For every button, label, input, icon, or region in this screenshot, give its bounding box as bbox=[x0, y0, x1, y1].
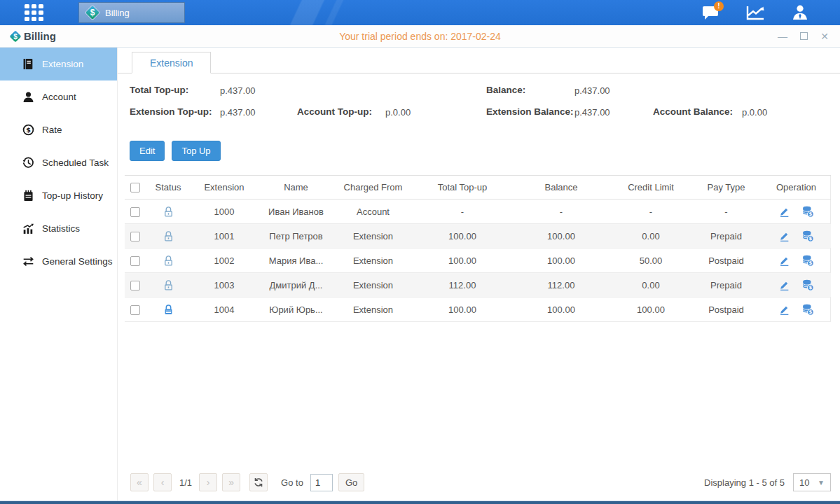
window-bottom-edge bbox=[0, 500, 840, 504]
col-pay-type: Pay Type bbox=[691, 176, 762, 200]
status-unlocked-icon bbox=[163, 230, 174, 240]
minimize-icon[interactable]: — bbox=[777, 31, 788, 42]
edit-button[interactable]: Edit bbox=[130, 141, 165, 161]
sidebar-item-general-settings[interactable]: General Settings bbox=[0, 245, 117, 278]
sidebar-item-topup-history[interactable]: Top-up History bbox=[0, 179, 117, 212]
sidebar-item-label: Scheduled Task bbox=[42, 158, 109, 168]
billing-app-tab[interactable]: $ Billing bbox=[78, 2, 185, 23]
page-size-select[interactable]: 10 ▼ bbox=[793, 473, 831, 491]
sidebar-item-extension[interactable]: Extension bbox=[0, 48, 117, 80]
topup-row-icon[interactable]: $ bbox=[801, 303, 814, 316]
account-person-icon bbox=[22, 91, 34, 104]
last-page-button[interactable]: » bbox=[222, 473, 240, 491]
trial-period-notice: Your trial period ends on: 2017-02-24 bbox=[0, 31, 840, 42]
name-cell: Петр Петров bbox=[259, 224, 333, 248]
col-status: Status bbox=[147, 176, 189, 200]
account-balance-label: Account Balance: bbox=[653, 106, 733, 117]
select-all-checkbox[interactable] bbox=[130, 183, 140, 192]
extension-balance-value: p.437.00 bbox=[574, 107, 610, 118]
close-icon[interactable]: ✕ bbox=[819, 31, 830, 42]
extension-cell: 1003 bbox=[189, 273, 259, 298]
statistics-button[interactable] bbox=[743, 2, 767, 23]
extension-balance-label: Extension Balance: bbox=[486, 106, 574, 117]
credit-limit-cell: 0.00 bbox=[611, 224, 691, 248]
extension-ledger-icon bbox=[22, 58, 34, 71]
sidebar-item-label: Account bbox=[42, 92, 76, 102]
rate-dollar-icon: $ bbox=[22, 124, 34, 136]
row-checkbox[interactable] bbox=[130, 232, 140, 241]
charged-from-cell: Extension bbox=[333, 273, 413, 298]
table-row: 1004Юрий Юрь...Extension100.00100.00100.… bbox=[125, 298, 831, 322]
refresh-button[interactable] bbox=[249, 473, 268, 491]
status-unlocked-icon bbox=[163, 279, 174, 289]
go-button[interactable]: Go bbox=[338, 473, 364, 491]
apps-grid-icon[interactable] bbox=[25, 4, 50, 21]
svg-text:$: $ bbox=[808, 211, 812, 217]
pay-type-cell: Prepaid bbox=[691, 224, 762, 248]
topup-row-icon[interactable]: $ bbox=[801, 279, 814, 291]
extension-cell: 1002 bbox=[189, 248, 259, 273]
edit-row-icon[interactable] bbox=[778, 254, 790, 266]
total-topup-cell: 100.00 bbox=[413, 298, 511, 322]
col-extension: Extension bbox=[189, 176, 259, 200]
col-credit-limit: Credit Limit bbox=[611, 176, 691, 200]
balance-cell: - bbox=[511, 200, 611, 224]
sidebar-item-label: Extension bbox=[42, 59, 83, 69]
row-checkbox[interactable] bbox=[130, 281, 140, 290]
balance-cell: 112.00 bbox=[511, 273, 611, 298]
extension-table: Status Extension Name Charged From Total… bbox=[125, 175, 831, 322]
credit-limit-cell: 50.00 bbox=[611, 248, 691, 273]
messages-button[interactable]: ! bbox=[698, 2, 722, 23]
prev-page-button[interactable]: ‹ bbox=[153, 473, 172, 491]
table-row: 1000Иван ИвановAccount----$ bbox=[125, 200, 831, 224]
top-up-button[interactable]: Top Up bbox=[172, 141, 220, 161]
credit-limit-cell: 0.00 bbox=[611, 273, 691, 298]
window-titlebar: $ Billing Your trial period ends on: 201… bbox=[0, 25, 840, 48]
extension-cell: 1004 bbox=[189, 298, 259, 322]
topup-row-icon[interactable]: $ bbox=[801, 230, 814, 242]
pay-type-cell: Postpaid bbox=[691, 298, 762, 322]
sidebar-item-statistics[interactable]: Statistics bbox=[0, 212, 117, 245]
edit-row-icon[interactable] bbox=[778, 303, 790, 315]
notification-badge: ! bbox=[714, 1, 724, 11]
extension-cell: 1001 bbox=[189, 224, 259, 248]
goto-page-input[interactable] bbox=[310, 474, 333, 491]
edit-row-icon[interactable] bbox=[778, 279, 790, 290]
account-balance-value: p.0.00 bbox=[742, 107, 767, 118]
name-cell: Мария Ива... bbox=[259, 248, 333, 273]
billing-diamond-icon: $ bbox=[86, 6, 99, 19]
total-topup-cell: - bbox=[413, 200, 511, 224]
sidebar-item-account[interactable]: Account bbox=[0, 80, 117, 113]
next-page-button[interactable]: › bbox=[199, 473, 217, 491]
edit-row-icon[interactable] bbox=[778, 205, 790, 217]
row-checkbox[interactable] bbox=[130, 256, 140, 266]
maximize-icon[interactable] bbox=[800, 32, 808, 40]
sidebar-item-rate[interactable]: $ Rate bbox=[0, 113, 117, 146]
sidebar-item-scheduled-task[interactable]: Scheduled Task bbox=[0, 146, 117, 179]
tab-extension[interactable]: Extension bbox=[132, 52, 211, 74]
balance-cell: 100.00 bbox=[511, 298, 611, 322]
first-page-button[interactable]: « bbox=[130, 473, 149, 491]
table-header-row: Status Extension Name Charged From Total… bbox=[125, 176, 831, 200]
edit-row-icon[interactable] bbox=[778, 230, 790, 241]
total-topup-cell: 100.00 bbox=[413, 224, 511, 248]
balance-cell: 100.00 bbox=[511, 224, 611, 248]
svg-text:$: $ bbox=[808, 236, 812, 241]
svg-text:$: $ bbox=[808, 260, 812, 266]
status-unlocked-icon bbox=[163, 205, 174, 216]
sidebar-item-label: Rate bbox=[42, 125, 62, 135]
table-row: 1003Дмитрий Д...Extension112.00112.000.0… bbox=[125, 273, 831, 298]
total-topup-value: p.437.00 bbox=[220, 85, 256, 96]
row-checkbox[interactable] bbox=[130, 207, 140, 217]
charged-from-cell: Extension bbox=[333, 248, 413, 273]
row-checkbox[interactable] bbox=[130, 305, 140, 315]
pay-type-cell: - bbox=[691, 200, 762, 224]
total-topup-cell: 100.00 bbox=[413, 248, 511, 273]
page-indicator: 1/1 bbox=[179, 477, 192, 488]
sidebar-item-label: Statistics bbox=[42, 223, 80, 234]
account-topup-label: Account Top-up: bbox=[297, 106, 372, 117]
user-button[interactable] bbox=[788, 2, 812, 23]
sidebar-item-label: Top-up History bbox=[42, 190, 103, 201]
topup-row-icon[interactable]: $ bbox=[801, 205, 814, 218]
topup-row-icon[interactable]: $ bbox=[801, 254, 814, 267]
